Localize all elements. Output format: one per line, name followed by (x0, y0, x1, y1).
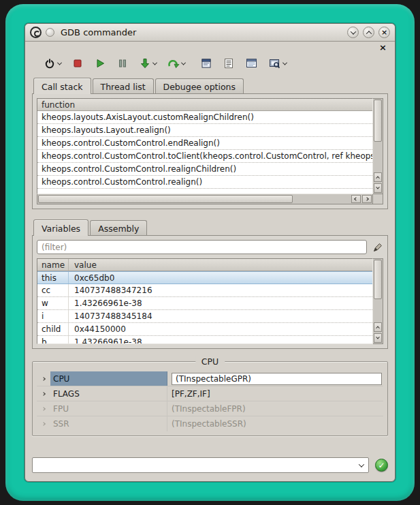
scrollbar-corner (373, 194, 383, 204)
expand-chevron-icon[interactable] (37, 423, 50, 425)
variable-value: 140737488345184 (69, 310, 372, 322)
callstack-horizontal-scrollbar[interactable] (37, 194, 373, 204)
pause-button[interactable] (114, 56, 131, 71)
column-function: function (42, 100, 75, 110)
scroll-up-button[interactable] (374, 172, 382, 182)
callstack-row[interactable]: kheops.layouts.Layout.realign() (37, 124, 372, 137)
chevron-up-icon (366, 31, 371, 36)
stop-icon (71, 57, 84, 70)
variable-name: i (37, 310, 69, 322)
callstack-header: function (37, 99, 372, 111)
close-icon: × (381, 29, 387, 36)
scrollbar-thumb[interactable] (374, 260, 382, 299)
expand-chevron-icon[interactable] (37, 378, 50, 380)
callstack-row[interactable]: kheops.control.CustomControl.realignChil… (37, 163, 372, 176)
variable-value: 140737488347216 (69, 284, 372, 296)
cpu-row[interactable]: CPU (TInspectableGPR) (37, 371, 383, 386)
variable-row[interactable]: cc 140737488347216 (37, 284, 372, 297)
pin-button[interactable] (46, 28, 54, 37)
show-list-button[interactable] (221, 56, 237, 71)
show-memory-button[interactable] (243, 56, 260, 71)
cpu-row[interactable]: FPU (TInspectableFPR) (37, 401, 383, 416)
chevron-down-icon (350, 29, 355, 34)
callstack-panel: function kheops.layouts.AxisLayout.custo… (32, 93, 388, 209)
show-inspector-button[interactable] (266, 56, 289, 71)
expand-chevron-icon[interactable] (37, 408, 50, 410)
tab-debugee-options[interactable]: Debugee options (155, 78, 244, 94)
variables-listbox: name value this 0xc65db0 cc 140737488347… (37, 258, 383, 344)
dropdown-chevron-icon (282, 60, 287, 65)
variable-row[interactable]: i 140737488345184 (37, 310, 372, 323)
column-name: name (37, 259, 69, 271)
variable-row[interactable]: b 1.43266961e-38 (37, 336, 372, 344)
maximize-button[interactable] (363, 27, 374, 38)
tab-assembly[interactable]: Assembly (90, 220, 147, 236)
scroll-right-button[interactable] (362, 195, 372, 203)
power-button[interactable] (42, 56, 63, 71)
scroll-down-button[interactable] (374, 333, 382, 343)
cpu-register-name: FPU (50, 401, 167, 416)
variable-name: child (37, 323, 69, 335)
tab-thread-list[interactable]: Thread list (93, 78, 154, 94)
scrollbar-track[interactable] (373, 300, 383, 322)
callstack-row[interactable]: kheops.control.CustomControl.realign() (37, 176, 372, 189)
stop-button[interactable] (69, 56, 86, 71)
step-over-button[interactable] (165, 56, 187, 71)
cpu-row[interactable]: FLAGS [PF,ZF,IF] (37, 386, 383, 401)
pause-icon (116, 57, 129, 70)
scrollbar-thumb[interactable] (38, 195, 293, 203)
variables-table: name value this 0xc65db0 cc 140737488347… (37, 258, 373, 344)
scrollbar-thumb[interactable] (374, 100, 382, 142)
scrollbar-track[interactable] (293, 194, 351, 204)
expand-chevron-icon[interactable] (37, 393, 50, 395)
callstack-vertical-scrollbar[interactable] (373, 98, 383, 194)
callstack-row[interactable]: kheops.control.CustomControl.toClient(kh… (37, 150, 372, 163)
chevron-down-icon (359, 461, 364, 467)
power-icon (44, 57, 56, 70)
dropdown-chevron-icon (152, 60, 157, 65)
scroll-left-button[interactable] (351, 195, 361, 203)
variable-row[interactable]: this 0xc65db0 (37, 271, 372, 284)
check-icon: ✓ (378, 461, 385, 470)
command-combobox (32, 457, 369, 473)
run-icon (94, 57, 106, 70)
callstack-row[interactable]: kheops.layouts.AxisLayout.customRealignC… (37, 111, 372, 124)
variable-row[interactable]: child 0x44150000 (37, 323, 372, 336)
filter-input[interactable] (37, 240, 367, 254)
column-value: value (69, 260, 97, 270)
scrollbar-track[interactable] (373, 142, 383, 172)
run-button[interactable] (92, 56, 108, 71)
variable-row[interactable]: w 1.43266961e-38 (37, 297, 372, 310)
step-into-button[interactable] (137, 56, 159, 71)
titlebar: GDB commander × (25, 24, 395, 42)
tab-call-stack[interactable]: Call stack (33, 78, 91, 94)
dock-close-button[interactable]: × (378, 43, 388, 52)
output-window-icon (200, 57, 212, 70)
variables-vertical-scrollbar[interactable] (373, 258, 383, 344)
window-content: × (25, 42, 395, 481)
pen-icon (372, 242, 383, 253)
memory-window-icon (245, 57, 258, 70)
combo-dropdown-button[interactable] (355, 459, 368, 472)
debug-toolbar (32, 52, 388, 77)
callstack-row[interactable]: kheops.control.CustomControl.endRealign(… (37, 137, 372, 150)
inspector-icon (268, 57, 281, 70)
confirm-button[interactable]: ✓ (375, 459, 388, 472)
chevron-right-icon (365, 197, 369, 201)
scroll-up-button[interactable] (374, 322, 382, 332)
cpu-row[interactable]: SSR (TInspectableSSR) (37, 416, 383, 431)
variable-name: w (37, 297, 69, 309)
show-output-button[interactable] (198, 56, 214, 71)
step-into-icon (139, 57, 151, 70)
step-over-icon (167, 57, 180, 70)
cpu-register-value: [PF,ZF,IF] (167, 386, 383, 401)
minimize-button[interactable] (347, 27, 359, 38)
cpu-value-editor[interactable]: (TInspectableGPR) (172, 373, 382, 385)
callstack-tabbar: Call stack Thread list Debugee options (32, 77, 388, 93)
scroll-down-button[interactable] (374, 183, 382, 193)
tab-variables[interactable]: Variables (33, 219, 88, 236)
app-icon[interactable] (30, 27, 42, 38)
close-button[interactable]: × (378, 27, 390, 38)
command-input[interactable] (32, 457, 369, 473)
variable-value: 0xc65db0 (69, 272, 372, 284)
